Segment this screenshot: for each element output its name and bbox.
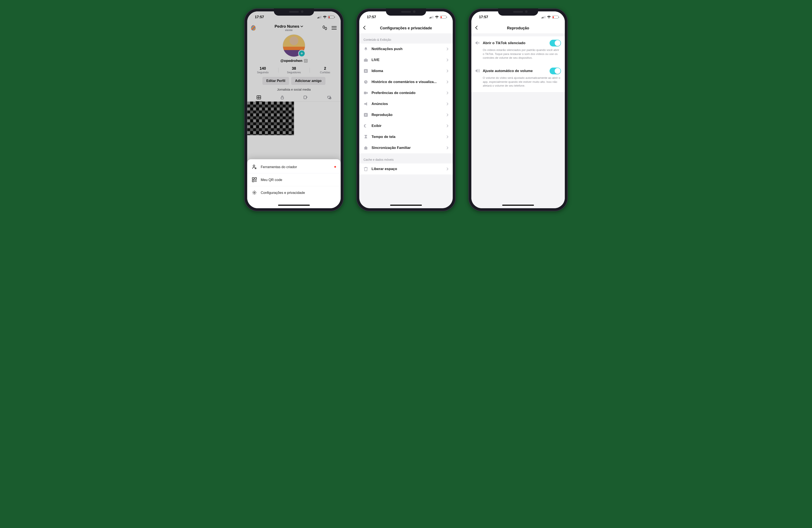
moon-icon — [363, 123, 368, 128]
row-display[interactable]: Exibir — [359, 120, 453, 131]
sheet-creator-tools[interactable]: Ferramentas do criador — [247, 161, 340, 174]
wifi-icon — [547, 16, 551, 19]
chevron-right-icon — [446, 69, 449, 73]
row-ads[interactable]: Anúncios — [359, 99, 453, 109]
row-label: Notificações push — [372, 47, 443, 51]
toggle-switch[interactable] — [550, 67, 561, 74]
row-family-pairing[interactable]: Sincronização Familiar — [359, 142, 453, 153]
sheet-item-label: Meu QR code — [261, 178, 282, 182]
phone-frame-2: 17:57 16 Configurações e privacidade Con… — [356, 9, 456, 211]
gear-icon — [252, 190, 257, 195]
row-label: Preferências de conteúdo — [372, 91, 443, 95]
chevron-right-icon — [446, 102, 449, 106]
device-notch — [274, 9, 314, 16]
sheet-item-label: Ferramentas do criador — [261, 165, 297, 169]
svg-rect-26 — [364, 92, 366, 94]
setting-description: Os vídeos estarão silenciados por padrão… — [475, 46, 561, 63]
chevron-right-icon — [446, 113, 449, 117]
chevron-right-icon — [446, 124, 449, 127]
row-push-notifications[interactable]: Notificações push — [359, 44, 453, 55]
chevron-right-icon — [446, 91, 449, 95]
svg-rect-15 — [255, 181, 256, 182]
back-button[interactable] — [474, 25, 479, 30]
setting-auto-volume: Ajuste automático de volume O volume do … — [472, 64, 565, 92]
wifi-icon — [435, 16, 439, 19]
svg-rect-14 — [256, 180, 257, 181]
settings-list: Notificações push LIVE A Idioma Históric… — [359, 44, 453, 153]
sheet-item-label: Configurações e privacidade — [261, 191, 305, 195]
setting-description: O volume do vídeo será ajustado automati… — [475, 74, 561, 91]
svg-rect-13 — [255, 180, 256, 181]
play-icon — [363, 112, 368, 117]
row-label: LIVE — [372, 58, 443, 62]
toggle-label: Abrir o TikTok silenciado — [483, 41, 547, 45]
row-label: Idioma — [372, 69, 443, 73]
svg-rect-31 — [545, 16, 545, 18]
cellular-icon — [541, 16, 546, 18]
battery-icon: 16 — [552, 16, 559, 19]
device-notch — [498, 9, 538, 16]
chevron-right-icon — [446, 47, 449, 51]
tv-icon — [363, 58, 368, 62]
back-button[interactable] — [362, 25, 367, 30]
language-icon: A — [363, 69, 368, 73]
qr-code-icon — [252, 177, 257, 182]
chevron-right-icon — [446, 135, 449, 138]
svg-rect-30 — [543, 16, 544, 18]
megaphone-icon — [363, 102, 368, 106]
status-time: 17:57 — [367, 15, 376, 19]
device-notch — [386, 9, 426, 16]
svg-text:A: A — [365, 70, 367, 72]
chevron-right-icon — [446, 80, 449, 84]
svg-rect-28 — [541, 17, 542, 18]
svg-rect-29 — [542, 17, 543, 18]
toggle-label: Ajuste automático de volume — [483, 69, 547, 73]
row-free-space[interactable]: Liberar espaço — [359, 164, 453, 175]
svg-rect-20 — [432, 16, 432, 18]
chevron-left-icon — [362, 25, 367, 30]
row-content-prefs[interactable]: Preferências de conteúdo — [359, 88, 453, 99]
row-history[interactable]: Histórico de comentários e visualiza... — [359, 76, 453, 88]
row-label: Exibir — [372, 124, 443, 128]
svg-rect-12 — [252, 180, 254, 182]
svg-rect-21 — [433, 16, 433, 18]
page-title: Reprodução — [507, 26, 529, 30]
setting-open-muted: Abrir o TikTok silenciado Os vídeos esta… — [472, 36, 565, 64]
row-playback[interactable]: Reprodução — [359, 109, 453, 120]
row-label: Sincronização Familiar — [372, 146, 443, 150]
section-header: Conteúdo & Exibição — [359, 33, 453, 44]
row-live[interactable]: LIVE — [359, 55, 453, 65]
screen-profile: 17:57 16 — [247, 11, 340, 208]
nav-bar: Configurações e privacidade — [359, 23, 453, 33]
row-language[interactable]: A Idioma — [359, 65, 453, 76]
svg-rect-16 — [256, 181, 257, 182]
screen-settings: 17:57 16 Configurações e privacidade Con… — [359, 11, 453, 208]
status-time: 17:57 — [479, 15, 488, 19]
chevron-left-icon — [474, 25, 479, 30]
row-label: Liberar espaço — [372, 167, 443, 171]
toggle-switch[interactable] — [550, 40, 561, 46]
page-title: Configurações e privacidade — [380, 26, 432, 30]
section-header: Cache e dados móveis — [359, 153, 453, 164]
chevron-right-icon — [446, 58, 449, 62]
sheet-settings[interactable]: Configurações e privacidade — [247, 186, 340, 199]
user-star-icon — [252, 164, 257, 169]
row-label: Reprodução — [372, 113, 443, 117]
volume-mute-icon — [475, 41, 480, 45]
phone-frame-3: 17:57 16 Reprodução Abrir o TikTok silen… — [468, 9, 568, 211]
volume-icon — [475, 69, 480, 73]
bell-icon — [363, 47, 368, 51]
cellular-icon — [430, 16, 434, 18]
row-screen-time[interactable]: Tempo de tela — [359, 131, 453, 142]
video-icon — [363, 91, 368, 95]
chevron-right-icon — [446, 167, 449, 171]
chevron-right-icon — [446, 146, 449, 150]
sheet-qr-code[interactable]: Meu QR code — [247, 174, 340, 186]
phone-frame-1: 17:57 16 — [244, 9, 344, 211]
hourglass-icon — [363, 135, 368, 139]
bottom-sheet: Ferramentas do criador Meu QR code Confi… — [247, 159, 340, 208]
svg-rect-22 — [364, 59, 368, 62]
svg-rect-11 — [255, 178, 257, 179]
svg-point-17 — [254, 192, 255, 193]
battery-icon: 16 — [440, 16, 446, 19]
